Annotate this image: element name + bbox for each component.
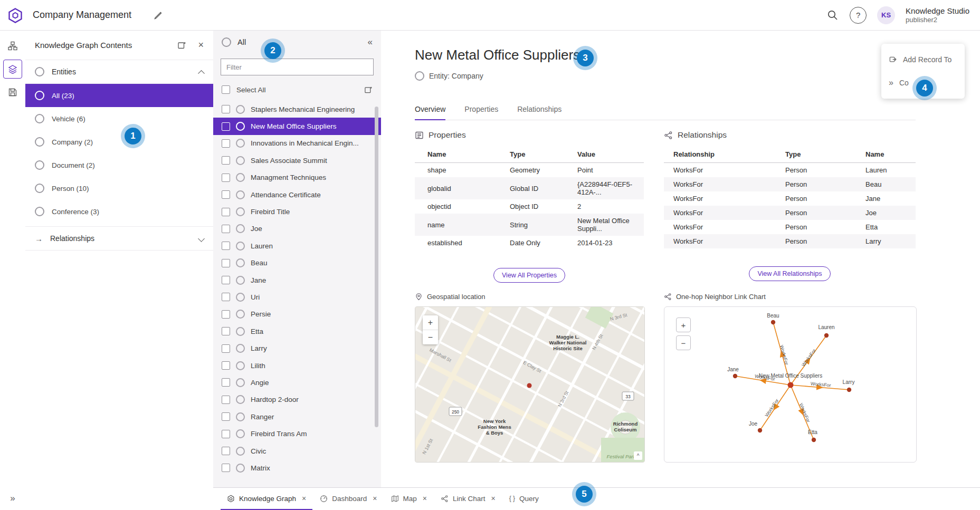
contents-item-person[interactable]: Person (10) xyxy=(25,177,213,200)
save-icon[interactable] xyxy=(3,83,22,102)
list-item[interactable]: Beau xyxy=(213,255,381,272)
item-checkbox[interactable] xyxy=(222,122,230,131)
view-all-relationships-button[interactable]: View All Relationships xyxy=(749,266,830,281)
record-location-marker[interactable] xyxy=(527,383,532,388)
relationship-link[interactable]: WorksFor xyxy=(664,191,781,206)
item-checkbox[interactable] xyxy=(222,293,230,301)
tab-overview[interactable]: Overview xyxy=(415,101,445,120)
user-block[interactable]: Knowledge Studio publisher2 xyxy=(906,6,969,24)
list-item[interactable]: Attendance Certificate xyxy=(213,186,381,203)
avatar[interactable]: KS xyxy=(877,6,895,24)
list-item[interactable]: Staplers Mechanical Engineering xyxy=(213,101,381,118)
menu-item-add-record-to[interactable]: Add Record To xyxy=(881,48,965,71)
item-checkbox[interactable] xyxy=(222,430,230,438)
tab-knowledge-graph[interactable]: Knowledge Graph × xyxy=(221,488,312,510)
list-item[interactable]: Firebird Trans Am xyxy=(213,425,381,442)
list-item[interactable]: Jane xyxy=(213,272,381,288)
close-tab-icon[interactable]: × xyxy=(491,494,495,503)
contents-item-company[interactable]: Company (2) xyxy=(25,130,213,153)
item-checkbox[interactable] xyxy=(222,276,230,284)
select-all-row[interactable]: Select All xyxy=(213,82,381,98)
zoom-out-button[interactable]: − xyxy=(676,335,691,350)
list-item[interactable]: Sales Associate Summit xyxy=(213,152,381,169)
item-checkbox[interactable] xyxy=(222,344,230,353)
relationship-link[interactable]: WorksFor xyxy=(664,163,781,178)
link-chart-widget[interactable]: WorksFor WorksFor WorksFor WorksFor Work… xyxy=(664,306,917,463)
layers-icon[interactable] xyxy=(3,60,22,79)
graph-node[interactable] xyxy=(758,428,762,432)
graph-node[interactable] xyxy=(733,374,737,378)
list-item[interactable]: Larry xyxy=(213,340,381,357)
relationships-section-header[interactable]: → Relationships xyxy=(25,226,213,251)
list-item[interactable]: Angie xyxy=(213,374,381,391)
tab-relationships[interactable]: Relationships xyxy=(517,101,562,120)
map-canvas[interactable]: N 3rd St Maggie L. Walker National Histo… xyxy=(415,307,644,462)
item-checkbox[interactable] xyxy=(222,174,230,182)
map-widget[interactable]: N 3rd St Maggie L. Walker National Histo… xyxy=(415,306,645,463)
item-checkbox[interactable] xyxy=(222,259,230,267)
tab-query[interactable]: { } Query xyxy=(503,488,545,510)
item-checkbox[interactable] xyxy=(222,327,230,335)
list-item[interactable]: Joe xyxy=(213,220,381,237)
collapse-panel-icon[interactable]: « xyxy=(368,37,373,47)
entity-link[interactable]: Joe xyxy=(861,206,916,220)
list-item[interactable]: Managment Techniques xyxy=(213,169,381,186)
contents-item-conference[interactable]: Conference (3) xyxy=(25,200,213,223)
item-checkbox[interactable] xyxy=(222,208,230,216)
item-checkbox[interactable] xyxy=(222,447,230,455)
app-logo-icon[interactable] xyxy=(7,7,23,23)
item-checkbox[interactable] xyxy=(222,464,230,472)
close-tab-icon[interactable]: × xyxy=(373,494,377,503)
relationship-link[interactable]: WorksFor xyxy=(664,234,781,248)
item-checkbox[interactable] xyxy=(222,396,230,404)
item-checkbox[interactable] xyxy=(222,412,230,421)
select-all-checkbox[interactable] xyxy=(222,85,230,94)
list-item[interactable]: Firebird Title xyxy=(213,203,381,220)
contents-item-all[interactable]: All (23) xyxy=(25,84,213,107)
entity-link[interactable]: Beau xyxy=(861,177,916,191)
item-checkbox[interactable] xyxy=(222,139,230,148)
filter-input[interactable] xyxy=(221,59,374,75)
entity-link[interactable]: Etta xyxy=(861,220,916,234)
close-tab-icon[interactable]: × xyxy=(302,494,306,503)
chevron-down-icon[interactable] xyxy=(198,235,205,242)
item-checkbox[interactable] xyxy=(222,310,230,319)
list-item[interactable]: Lauren xyxy=(213,237,381,254)
link-chart-canvas[interactable]: WorksFor WorksFor WorksFor WorksFor Work… xyxy=(664,307,916,462)
list-item[interactable]: Ranger xyxy=(213,408,381,425)
edit-title-icon[interactable] xyxy=(154,11,163,20)
item-checkbox[interactable] xyxy=(222,242,230,250)
graph-node-center[interactable] xyxy=(788,382,794,388)
add-to-list-icon[interactable] xyxy=(364,85,373,94)
data-model-icon[interactable] xyxy=(3,36,22,55)
list-item[interactable]: Innovations in Mechanical Engin... xyxy=(213,135,381,152)
contents-item-vehicle[interactable]: Vehicle (6) xyxy=(25,107,213,130)
zoom-in-button[interactable]: + xyxy=(676,317,691,332)
close-tab-icon[interactable]: × xyxy=(423,494,427,503)
list-item[interactable]: Persie xyxy=(213,306,381,323)
item-checkbox[interactable] xyxy=(222,156,230,165)
list-item-selected[interactable]: New Metal Office Suppliers xyxy=(213,118,381,134)
zoom-in-button[interactable]: + xyxy=(423,315,438,330)
graph-node[interactable] xyxy=(824,333,829,338)
entity-link[interactable]: Lauren xyxy=(861,163,916,178)
tab-map[interactable]: Map × xyxy=(385,488,433,510)
zoom-out-button[interactable]: − xyxy=(423,330,438,344)
relationship-link[interactable]: WorksFor xyxy=(664,206,781,220)
expand-rail-icon[interactable]: » xyxy=(0,493,25,504)
relationship-link[interactable]: WorksFor xyxy=(664,220,781,234)
list-item[interactable]: Uri xyxy=(213,288,381,305)
scrollbar-thumb[interactable] xyxy=(375,107,378,427)
item-checkbox[interactable] xyxy=(222,361,230,370)
attribution-expander[interactable]: ^ xyxy=(634,451,642,460)
chevron-up-icon[interactable] xyxy=(198,70,205,76)
list-item[interactable]: Hardtop 2-door xyxy=(213,391,381,408)
entity-link[interactable]: Jane xyxy=(861,191,916,206)
help-icon[interactable]: ? xyxy=(850,7,867,24)
list-item[interactable]: Civic xyxy=(213,442,381,459)
item-checkbox[interactable] xyxy=(222,190,230,199)
entities-section-header[interactable]: Entities xyxy=(25,60,213,84)
item-checkbox[interactable] xyxy=(222,105,230,113)
list-item[interactable]: Etta xyxy=(213,323,381,340)
tab-dashboard[interactable]: Dashboard × xyxy=(313,488,383,510)
